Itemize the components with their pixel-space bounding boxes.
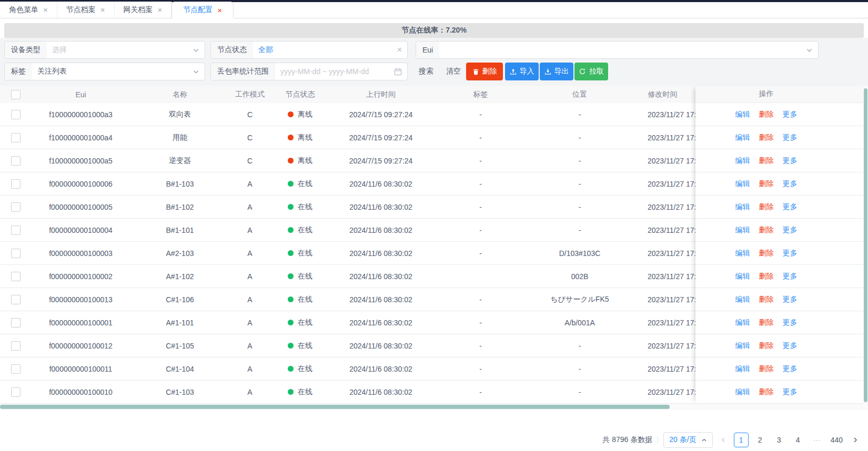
- tag-select[interactable]: 标签 关注列表: [4, 63, 205, 80]
- more-link[interactable]: 更多: [783, 226, 798, 235]
- more-link[interactable]: 更多: [783, 110, 798, 119]
- edit-link[interactable]: 编辑: [735, 364, 750, 374]
- edit-link[interactable]: 编辑: [735, 179, 750, 189]
- tab-close-icon[interactable]: ×: [158, 6, 163, 14]
- delete-link[interactable]: 删除: [759, 249, 774, 258]
- more-link[interactable]: 更多: [783, 318, 798, 327]
- edit-link[interactable]: 编辑: [735, 387, 750, 397]
- tab[interactable]: 网关档案 ×: [115, 2, 172, 18]
- prev-page-icon[interactable]: [718, 433, 729, 447]
- device-type-select[interactable]: 设备类型 选择: [4, 41, 205, 59]
- delete-link[interactable]: 删除: [759, 387, 774, 397]
- vertical-scrollbar-thumb[interactable]: [864, 88, 867, 402]
- page-size-select[interactable]: 20 条/页: [663, 432, 712, 448]
- cell-modified-time: 2023/11/27 17:2: [630, 149, 695, 172]
- loss-rate-range-picker[interactable]: 丢包率统计范围 yyyy-MM-dd ~ yyyy-MM-dd: [210, 63, 408, 80]
- row-checkbox[interactable]: [11, 179, 21, 189]
- delete-link[interactable]: 删除: [759, 156, 774, 166]
- calendar-icon[interactable]: [389, 68, 407, 76]
- eui-select[interactable]: Eui: [416, 41, 819, 59]
- more-link[interactable]: 更多: [783, 156, 798, 166]
- more-link[interactable]: 更多: [783, 179, 798, 189]
- delete-link[interactable]: 删除: [759, 110, 774, 119]
- cell-work-mode: A: [230, 172, 270, 195]
- horizontal-scrollbar-thumb[interactable]: [0, 405, 670, 409]
- row-checkbox[interactable]: [11, 272, 21, 281]
- chevron-down-icon[interactable]: [187, 47, 205, 54]
- more-link[interactable]: 更多: [783, 272, 798, 281]
- more-link[interactable]: 更多: [783, 295, 798, 304]
- edit-link[interactable]: 编辑: [735, 249, 750, 258]
- delete-link[interactable]: 删除: [759, 202, 774, 212]
- row-checkbox[interactable]: [11, 110, 21, 119]
- status-dot-icon: [288, 158, 294, 163]
- more-link[interactable]: 更多: [783, 341, 798, 351]
- edit-link[interactable]: 编辑: [735, 133, 750, 142]
- delete-link[interactable]: 删除: [759, 226, 774, 235]
- delete-link[interactable]: 删除: [759, 179, 774, 189]
- select-all-checkbox[interactable]: [11, 90, 21, 99]
- delete-link[interactable]: 删除: [759, 133, 774, 142]
- cell-eui: f000000000100002: [32, 265, 130, 288]
- cell-modified-time: 2023/11/27 17:2: [630, 103, 695, 126]
- more-link[interactable]: 更多: [783, 202, 798, 212]
- tag-value: 关注列表: [32, 67, 187, 76]
- status-label: 离线: [298, 133, 312, 142]
- edit-link[interactable]: 编辑: [735, 226, 750, 235]
- edit-link[interactable]: 编辑: [735, 272, 750, 281]
- tab[interactable]: 节点配置 ×: [171, 2, 234, 18]
- next-page-icon[interactable]: [850, 433, 861, 447]
- edit-link[interactable]: 编辑: [735, 295, 750, 304]
- delete-link[interactable]: 删除: [759, 364, 774, 374]
- row-checkbox[interactable]: [11, 249, 21, 258]
- page-button[interactable]: 4: [791, 433, 805, 447]
- chevron-down-icon[interactable]: [187, 68, 205, 75]
- tab[interactable]: 节点档案 ×: [57, 2, 115, 18]
- clear-icon[interactable]: ×: [392, 46, 407, 54]
- more-link[interactable]: 更多: [783, 249, 798, 258]
- node-status-select[interactable]: 节点状态 全部 ×: [210, 41, 408, 59]
- export-button[interactable]: 导出: [540, 63, 573, 80]
- edit-link[interactable]: 编辑: [735, 156, 750, 166]
- horizontal-scrollbar[interactable]: [0, 404, 863, 410]
- search-button[interactable]: 搜索: [415, 63, 438, 80]
- tab[interactable]: 角色菜单 ×: [0, 2, 57, 18]
- vertical-scrollbar[interactable]: [863, 86, 868, 410]
- tab-close-icon[interactable]: ×: [217, 6, 222, 14]
- row-checkbox[interactable]: [11, 341, 21, 351]
- row-checkbox[interactable]: [11, 226, 21, 235]
- row-checkbox[interactable]: [11, 295, 21, 304]
- edit-link[interactable]: 编辑: [735, 318, 750, 327]
- delete-link[interactable]: 删除: [759, 318, 774, 327]
- delete-button-label: 删除: [482, 67, 497, 76]
- more-link[interactable]: 更多: [783, 364, 798, 374]
- clear-button[interactable]: 清空: [442, 63, 465, 80]
- row-checkbox[interactable]: [11, 156, 21, 166]
- delete-link[interactable]: 删除: [759, 295, 774, 304]
- tab-close-icon[interactable]: ×: [100, 6, 105, 14]
- edit-link[interactable]: 编辑: [735, 202, 750, 212]
- cell-work-mode: A: [230, 265, 270, 288]
- page-button[interactable]: 440: [829, 433, 845, 447]
- delete-button[interactable]: 删除: [466, 63, 503, 80]
- row-checkbox[interactable]: [11, 133, 21, 142]
- row-checkbox[interactable]: [11, 202, 21, 212]
- more-link[interactable]: 更多: [783, 133, 798, 142]
- row-checkbox[interactable]: [11, 387, 21, 397]
- row-checkbox[interactable]: [11, 364, 21, 374]
- col-node-status: 节点状态: [270, 86, 330, 103]
- edit-link[interactable]: 编辑: [735, 341, 750, 351]
- delete-link[interactable]: 删除: [759, 341, 774, 351]
- tab-close-icon[interactable]: ×: [43, 6, 48, 14]
- page-button[interactable]: 3: [772, 433, 786, 447]
- import-button[interactable]: 导入: [505, 63, 539, 80]
- delete-link[interactable]: 删除: [759, 272, 774, 281]
- page-button[interactable]: 1: [734, 433, 749, 447]
- more-link[interactable]: 更多: [783, 387, 798, 397]
- edit-link[interactable]: 编辑: [735, 110, 750, 119]
- page-button[interactable]: 2: [753, 433, 768, 447]
- row-checkbox[interactable]: [11, 318, 21, 327]
- pull-button[interactable]: 拉取: [574, 63, 608, 80]
- chevron-down-icon[interactable]: [801, 47, 818, 54]
- cell-work-mode: A: [230, 357, 270, 380]
